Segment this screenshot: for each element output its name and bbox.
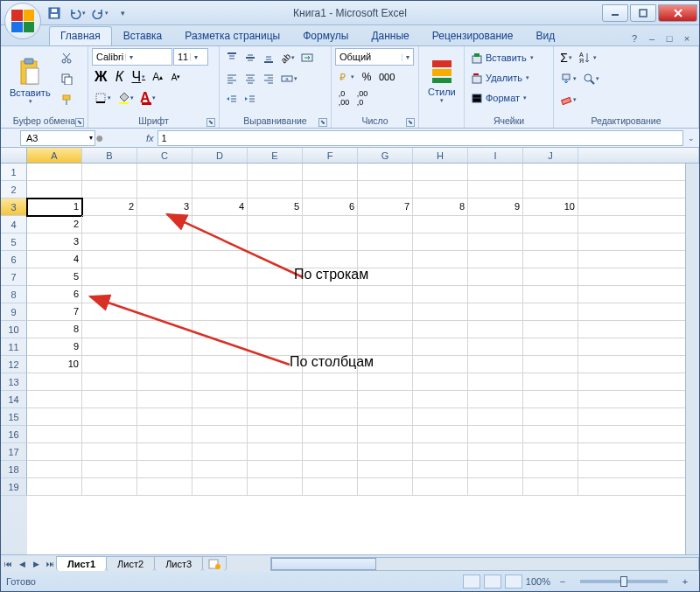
cell-F3[interactable]: 6 bbox=[303, 198, 358, 216]
cell-A13[interactable] bbox=[27, 373, 82, 391]
row-header-3[interactable]: 3 bbox=[1, 198, 27, 216]
cell-J9[interactable] bbox=[523, 303, 578, 321]
cell-D14[interactable] bbox=[192, 391, 248, 408]
cell-J17[interactable] bbox=[523, 443, 578, 461]
format-painter-button[interactable] bbox=[58, 90, 75, 109]
cell-H12[interactable] bbox=[413, 356, 468, 373]
cell-D2[interactable] bbox=[192, 181, 248, 198]
cell-E1[interactable] bbox=[248, 164, 303, 181]
alignment-launcher[interactable]: ⬊ bbox=[318, 118, 327, 127]
sort-filter-button[interactable]: АЯ▾ bbox=[576, 48, 599, 67]
col-header-extra[interactable] bbox=[578, 148, 699, 163]
cell-G5[interactable] bbox=[358, 233, 413, 251]
cell-F11[interactable] bbox=[303, 338, 358, 356]
cell-H5[interactable] bbox=[413, 233, 468, 251]
wrap-text-button[interactable] bbox=[298, 48, 316, 67]
col-header-J[interactable]: J bbox=[523, 148, 578, 163]
cell-J10[interactable] bbox=[523, 321, 578, 338]
font-size-combo[interactable]: 11▾ bbox=[173, 48, 208, 66]
cell-C5[interactable] bbox=[137, 233, 192, 251]
row-header-15[interactable]: 15 bbox=[1, 408, 27, 426]
cell-G11[interactable] bbox=[358, 338, 413, 356]
format-cells-button[interactable]: Формат▾ bbox=[468, 88, 550, 108]
cell-G9[interactable] bbox=[358, 303, 413, 321]
vertical-scrollbar[interactable] bbox=[685, 164, 699, 554]
cell-H17[interactable] bbox=[413, 443, 468, 461]
clipboard-launcher[interactable]: ⬊ bbox=[75, 118, 84, 127]
cell-extra-11[interactable] bbox=[578, 338, 699, 356]
cell-extra-5[interactable] bbox=[578, 233, 699, 251]
number-launcher[interactable]: ⬊ bbox=[406, 118, 415, 127]
cell-G14[interactable] bbox=[358, 391, 413, 408]
cell-I6[interactable] bbox=[468, 251, 523, 268]
grow-font-button[interactable]: A▴ bbox=[149, 67, 166, 87]
decrease-indent-button[interactable] bbox=[223, 90, 241, 109]
underline-button[interactable]: Ч▾ bbox=[129, 67, 148, 87]
find-button[interactable]: ▾ bbox=[580, 69, 602, 88]
cell-extra-19[interactable] bbox=[578, 478, 699, 496]
cell-H11[interactable] bbox=[413, 338, 468, 356]
ribbon-close-icon[interactable]: × bbox=[680, 31, 694, 45]
cell-G17[interactable] bbox=[358, 443, 413, 461]
cell-J3[interactable]: 10 bbox=[523, 198, 578, 216]
cell-extra-14[interactable] bbox=[578, 391, 699, 408]
cell-F14[interactable] bbox=[303, 391, 358, 408]
cell-B3[interactable]: 2 bbox=[82, 198, 137, 216]
cell-E13[interactable] bbox=[248, 373, 303, 391]
cell-C9[interactable] bbox=[137, 303, 192, 321]
cell-I5[interactable] bbox=[468, 233, 523, 251]
row-header-13[interactable]: 13 bbox=[1, 373, 27, 391]
row-header-19[interactable]: 19 bbox=[1, 478, 27, 496]
cell-E10[interactable] bbox=[248, 321, 303, 338]
sheet-tab-3[interactable]: Лист3 bbox=[154, 556, 203, 571]
cell-I11[interactable] bbox=[468, 338, 523, 356]
row-header-4[interactable]: 4 bbox=[1, 216, 27, 233]
bold-button[interactable]: Ж bbox=[92, 67, 109, 87]
cell-B18[interactable] bbox=[82, 461, 137, 478]
cell-I14[interactable] bbox=[468, 391, 523, 408]
cell-B14[interactable] bbox=[82, 391, 137, 408]
cell-D13[interactable] bbox=[192, 373, 248, 391]
cell-J5[interactable] bbox=[523, 233, 578, 251]
copy-button[interactable] bbox=[58, 69, 75, 88]
zoom-slider[interactable] bbox=[580, 580, 668, 583]
cell-extra-15[interactable] bbox=[578, 408, 699, 426]
help-icon[interactable]: ? bbox=[627, 31, 641, 45]
cell-H10[interactable] bbox=[413, 321, 468, 338]
cell-C2[interactable] bbox=[137, 181, 192, 198]
cell-C12[interactable] bbox=[137, 356, 192, 373]
cell-H2[interactable] bbox=[413, 181, 468, 198]
cell-F8[interactable] bbox=[303, 286, 358, 303]
cell-E2[interactable] bbox=[248, 181, 303, 198]
cell-G15[interactable] bbox=[358, 408, 413, 426]
cell-J7[interactable] bbox=[523, 268, 578, 286]
merge-button[interactable]: a▾ bbox=[278, 69, 300, 88]
cell-I17[interactable] bbox=[468, 443, 523, 461]
cell-A2[interactable] bbox=[27, 181, 82, 198]
horizontal-scrollbar[interactable] bbox=[270, 557, 699, 571]
cell-E19[interactable] bbox=[248, 478, 303, 496]
cell-F1[interactable] bbox=[303, 164, 358, 181]
shrink-font-button[interactable]: A▾ bbox=[167, 67, 185, 87]
styles-button[interactable]: Стили▾ bbox=[423, 48, 461, 115]
undo-icon[interactable]: ▾ bbox=[67, 3, 87, 23]
cell-C18[interactable] bbox=[137, 461, 192, 478]
cell-I1[interactable] bbox=[468, 164, 523, 181]
cell-H15[interactable] bbox=[413, 408, 468, 426]
row-header-12[interactable]: 12 bbox=[1, 356, 27, 373]
cell-I2[interactable] bbox=[468, 181, 523, 198]
sheet-first-icon[interactable]: ⏮ bbox=[1, 556, 15, 572]
cell-A8[interactable]: 6 bbox=[27, 286, 82, 303]
row-header-5[interactable]: 5 bbox=[1, 233, 27, 251]
cell-I13[interactable] bbox=[468, 373, 523, 391]
close-button[interactable] bbox=[658, 4, 697, 22]
cell-B16[interactable] bbox=[82, 426, 137, 443]
col-header-H[interactable]: H bbox=[413, 148, 468, 163]
cell-H18[interactable] bbox=[413, 461, 468, 478]
cell-B15[interactable] bbox=[82, 408, 137, 426]
cell-B13[interactable] bbox=[82, 373, 137, 391]
col-header-I[interactable]: I bbox=[468, 148, 523, 163]
sheet-prev-icon[interactable]: ◀ bbox=[15, 556, 29, 572]
cell-D11[interactable] bbox=[192, 338, 248, 356]
cell-G2[interactable] bbox=[358, 181, 413, 198]
